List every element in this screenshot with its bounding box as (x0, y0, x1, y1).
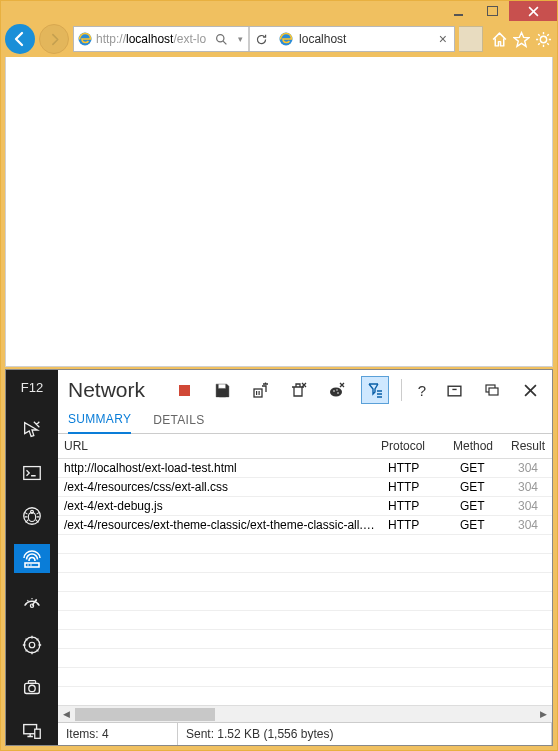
devtools-close-button[interactable] (516, 376, 544, 404)
maximize-button[interactable] (475, 1, 509, 21)
debugger-icon[interactable] (14, 501, 50, 530)
network-grid: URL Protocol Method Result http://localh… (58, 434, 552, 705)
console-icon[interactable] (14, 458, 50, 487)
table-row[interactable]: http://localhost/ext-load-test.htmlHTTPG… (58, 459, 552, 478)
scroll-right-icon[interactable]: ▶ (535, 706, 552, 723)
forward-button[interactable] (39, 24, 69, 54)
home-button[interactable] (489, 29, 509, 49)
table-row-empty (58, 611, 552, 630)
dock-button[interactable] (478, 376, 506, 404)
svg-rect-5 (24, 466, 41, 479)
tools-button[interactable] (533, 29, 553, 49)
svg-rect-25 (258, 391, 259, 395)
svg-rect-22 (223, 385, 225, 388)
svg-point-15 (29, 642, 35, 648)
table-row-empty (58, 649, 552, 668)
devtools-panel: F12 (5, 369, 553, 746)
table-row-empty (58, 592, 552, 611)
page-content (5, 57, 553, 367)
dropdown-icon[interactable]: ▾ (236, 34, 245, 44)
memory-icon[interactable] (14, 673, 50, 702)
cell-method: GET (454, 479, 512, 495)
svg-rect-32 (489, 388, 498, 395)
browser-tab[interactable]: localhost × (273, 27, 454, 51)
devtools-tabs: SUMMARY DETAILS (58, 406, 552, 434)
toggle-filter-button[interactable] (361, 376, 389, 404)
devtools-toolbar: ? (171, 376, 544, 404)
command-buttons (489, 29, 553, 49)
cell-protocol: HTTP (382, 517, 454, 533)
col-method[interactable]: Method (447, 434, 505, 458)
status-items: Items: 4 (58, 723, 178, 745)
help-button[interactable]: ? (414, 382, 430, 399)
cell-method: GET (454, 498, 512, 514)
f12-label: F12 (21, 376, 43, 401)
nav-bar: http://localhost/ext-lo ▾ localhost × (5, 23, 553, 55)
tab-details[interactable]: DETAILS (153, 413, 204, 433)
svg-rect-21 (179, 385, 190, 396)
ui-responsiveness-icon[interactable] (14, 587, 50, 616)
address-bar[interactable]: http://localhost/ext-lo ▾ (74, 27, 249, 51)
col-result[interactable]: Result (505, 434, 552, 458)
svg-point-28 (337, 392, 339, 394)
grid-body: http://localhost/ext-load-test.htmlHTTPG… (58, 459, 552, 705)
svg-point-17 (29, 685, 35, 691)
svg-line-2 (223, 41, 226, 44)
horizontal-scrollbar[interactable]: ◀ ▶ (58, 705, 552, 722)
clear-session-button[interactable] (247, 376, 275, 404)
dom-explorer-icon[interactable] (14, 415, 50, 444)
panel-title: Network (68, 378, 145, 402)
address-tab-bar: http://localhost/ext-lo ▾ localhost × (73, 26, 455, 52)
devtools-header: Network ? (58, 370, 552, 406)
col-protocol[interactable]: Protocol (375, 434, 447, 458)
cell-protocol: HTTP (382, 498, 454, 514)
browser-window: http://localhost/ext-lo ▾ localhost × (0, 0, 558, 751)
clear-cache-button[interactable] (285, 376, 313, 404)
clear-cookies-button[interactable] (323, 376, 351, 404)
scroll-left-icon[interactable]: ◀ (58, 706, 75, 723)
devtools-sidebar: F12 (6, 370, 58, 745)
svg-rect-24 (256, 391, 257, 395)
refresh-button[interactable] (249, 27, 273, 51)
cell-result: 304 (512, 460, 552, 476)
ie-icon (278, 31, 294, 47)
svg-point-4 (540, 36, 546, 42)
scroll-track[interactable] (75, 706, 535, 723)
col-url[interactable]: URL (58, 434, 375, 458)
tab-summary[interactable]: SUMMARY (68, 412, 131, 434)
table-row-empty (58, 687, 552, 705)
scroll-thumb[interactable] (75, 708, 215, 721)
svg-rect-23 (254, 389, 262, 397)
minimize-button[interactable] (441, 1, 475, 21)
svg-point-29 (336, 389, 337, 390)
emulation-icon[interactable] (14, 716, 50, 745)
svg-point-26 (330, 388, 342, 397)
table-row-empty (58, 573, 552, 592)
close-button[interactable] (509, 1, 557, 21)
cell-result: 304 (512, 479, 552, 495)
popout-button[interactable] (440, 376, 468, 404)
cell-url: /ext-4/resources/ext-theme-classic/ext-t… (58, 517, 382, 533)
profiler-icon[interactable] (14, 630, 50, 659)
search-icon[interactable] (209, 33, 233, 46)
window-controls (441, 1, 557, 21)
table-row[interactable]: /ext-4/resources/ext-theme-classic/ext-t… (58, 516, 552, 535)
cell-protocol: HTTP (382, 460, 454, 476)
cell-result: 304 (512, 498, 552, 514)
ie-icon (77, 31, 93, 47)
table-row[interactable]: /ext-4/resources/css/ext-all.cssHTTPGET3… (58, 478, 552, 497)
title-bar (1, 1, 557, 23)
record-button[interactable] (171, 376, 199, 404)
save-button[interactable] (209, 376, 237, 404)
back-button[interactable] (5, 24, 35, 54)
network-icon[interactable] (14, 544, 50, 573)
table-row[interactable]: /ext-4/ext-debug.jsHTTPGET304 (58, 497, 552, 516)
svg-point-27 (333, 390, 335, 392)
cell-protocol: HTTP (382, 479, 454, 495)
favorites-button[interactable] (511, 29, 531, 49)
tab-close-icon[interactable]: × (437, 31, 449, 47)
new-tab-button[interactable] (459, 26, 483, 52)
grid-header: URL Protocol Method Result (58, 434, 552, 459)
table-row-empty (58, 668, 552, 687)
tab-title: localhost (299, 32, 432, 46)
